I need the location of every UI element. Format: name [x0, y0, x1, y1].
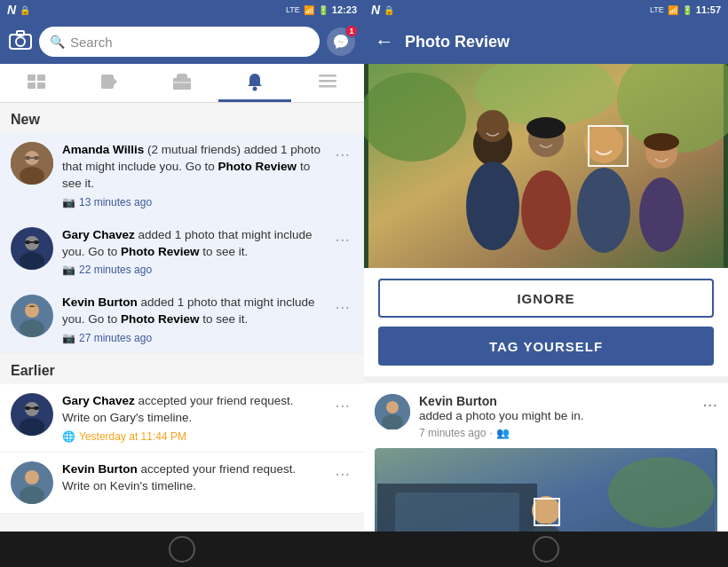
notif-name-kevin: Kevin Burton — [62, 295, 138, 309]
svg-point-23 — [20, 252, 44, 270]
notif-text-gary-earlier: Gary Chavez accepted your friend request… — [62, 393, 322, 427]
notif-name-amanda: Amanda Willis — [62, 143, 144, 156]
notif-content-kevin: Kevin Burton added 1 photo that might in… — [62, 295, 322, 344]
svg-rect-18 — [25, 156, 30, 160]
svg-point-50 — [577, 168, 630, 253]
notif-link-kevin[interactable]: Photo Review — [121, 312, 200, 326]
svg-rect-13 — [319, 80, 336, 83]
signal-icon-right: 📶 — [668, 5, 678, 15]
svg-rect-2 — [17, 31, 24, 35]
notif-time-kevin: 📷 27 minutes ago — [62, 332, 322, 344]
avatar-gary — [11, 227, 53, 270]
notif-text-gary: Gary Chavez added 1 photo that might inc… — [62, 227, 322, 261]
notification-item-gary[interactable]: Gary Chavez added 1 photo that might inc… — [0, 218, 364, 287]
avatar-amanda — [11, 142, 53, 185]
search-placeholder: Search — [70, 35, 113, 50]
home-button-right[interactable] — [533, 536, 559, 563]
notif-content-gary-earlier: Gary Chavez accepted your friend request… — [62, 393, 322, 443]
post-card-kevin: Kevin Burton added a photo you might be … — [364, 383, 728, 532]
tab-menu[interactable] — [291, 64, 364, 102]
notif-time-icon-gary-earlier: 🌐 — [62, 430, 75, 443]
svg-rect-19 — [34, 156, 39, 160]
svg-point-47 — [521, 170, 571, 250]
svg-rect-12 — [319, 75, 336, 77]
notif-name-kevin-earlier: Kevin Burton — [62, 462, 138, 476]
svg-rect-3 — [28, 75, 36, 81]
notification-item-amanda[interactable]: Amanda Willis (2 mutual friends) added 1… — [0, 133, 364, 218]
svg-point-56 — [386, 401, 399, 413]
lock-icon: 🔒 — [20, 5, 30, 15]
right-phone: N 🔒 LTE 📶 🔋 11:57 ← Photo Review — [364, 0, 728, 567]
post-more-button[interactable]: ··· — [702, 394, 717, 414]
notif-link-gary[interactable]: Photo Review — [121, 245, 200, 258]
notif-name-gary: Gary Chavez — [62, 228, 135, 241]
search-bar[interactable]: 🔍 Search — [39, 27, 320, 57]
notification-item-gary-earlier[interactable]: Gary Chavez accepted your friend request… — [0, 384, 364, 453]
notification-item-kevin-earlier[interactable]: Kevin Burton accepted your friend reques… — [0, 453, 364, 514]
svg-point-44 — [477, 110, 509, 142]
svg-marker-8 — [114, 78, 117, 85]
notif-text-amanda: Amanda Willis (2 mutual friends) added 1… — [62, 142, 322, 193]
messenger-button[interactable]: 1 — [327, 28, 355, 56]
ignore-button[interactable]: IGNORE — [378, 279, 714, 318]
notif-time-text-gary-earlier: Yesterday at 11:44 PM — [79, 430, 186, 443]
battery-icon: 🔋 — [318, 5, 328, 15]
tab-marketplace[interactable] — [146, 64, 218, 102]
svg-rect-9 — [173, 78, 191, 90]
svg-point-48 — [526, 117, 566, 138]
notif-content-gary: Gary Chavez added 1 photo that might inc… — [62, 227, 322, 277]
camera-button[interactable] — [9, 30, 32, 54]
status-bar-right-left-icons: N 🔒 — [371, 3, 394, 17]
battery-icon-right: 🔋 — [682, 5, 692, 15]
notif-more-kevin-earlier[interactable]: ··· — [331, 461, 353, 485]
post-description: added a photo you might be in. — [419, 408, 693, 425]
signal-icon: 📶 — [304, 5, 314, 15]
tab-video[interactable] — [73, 64, 146, 102]
notif-time-text-gary: 22 minutes ago — [79, 264, 152, 276]
notif-time-icon-amanda: 📷 — [62, 196, 75, 209]
notif-more-gary-earlier[interactable]: ··· — [331, 393, 353, 417]
svg-point-29 — [20, 319, 44, 337]
svg-point-49 — [584, 124, 623, 163]
tab-news-feed[interactable] — [0, 64, 73, 102]
notif-more-amanda[interactable]: ··· — [331, 142, 353, 166]
page-title: Photo Review — [405, 33, 510, 51]
action-buttons: IGNORE TAG YOURSELF — [364, 268, 728, 383]
svg-rect-6 — [37, 83, 45, 89]
left-phone: N 🔒 LTE 📶 🔋 12:23 🔍 Search — [0, 0, 364, 567]
status-bar-right: N 🔒 LTE 📶 🔋 11:57 — [364, 0, 728, 20]
svg-rect-25 — [34, 240, 39, 244]
notif-link-amanda[interactable]: Photo Review — [218, 160, 297, 173]
svg-point-61 — [532, 496, 560, 524]
home-button-left[interactable] — [169, 536, 195, 563]
notif-more-kevin[interactable]: ··· — [331, 295, 353, 319]
notif-text-kevin-earlier: Kevin Burton accepted your friend reques… — [62, 461, 322, 495]
tab-notifications[interactable] — [218, 64, 291, 102]
lte-indicator: LTE — [286, 5, 300, 14]
avatar-kevin — [11, 295, 53, 337]
notification-item-kevin[interactable]: Kevin Burton added 1 photo that might in… — [0, 286, 364, 354]
status-bar-right-info: LTE 📶 🔋 12:23 — [286, 4, 357, 15]
back-button[interactable]: ← — [375, 30, 394, 53]
section-earlier: Earlier — [0, 354, 364, 384]
svg-rect-24 — [25, 240, 30, 244]
svg-rect-14 — [319, 85, 336, 88]
home-bar-right — [364, 532, 728, 567]
svg-rect-34 — [34, 406, 39, 410]
notif-content-amanda: Amanda Willis (2 mutual friends) added 1… — [62, 142, 322, 209]
status-time-right: 11:57 — [696, 4, 721, 15]
tag-yourself-button[interactable]: TAG YOURSELF — [378, 327, 714, 366]
post-author-name: Kevin Burton — [419, 394, 693, 408]
svg-rect-33 — [25, 406, 30, 410]
notif-name-gary-earlier: Gary Chavez — [62, 394, 135, 407]
notif-text-kevin: Kevin Burton added 1 photo that might in… — [62, 295, 322, 328]
svg-rect-7 — [101, 75, 114, 89]
notif-more-gary[interactable]: ··· — [331, 227, 353, 251]
navbar-photo-review: ← Photo Review — [364, 20, 728, 64]
tab-bar-left — [0, 64, 364, 103]
status-bar-left-icons: N 🔒 — [7, 3, 30, 17]
notif-time-gary-earlier: 🌐 Yesterday at 11:44 PM — [62, 430, 322, 443]
post-photo-thumbnail — [375, 448, 717, 532]
notification-list: New Amanda Willis (2 mutual friends) add… — [0, 103, 364, 532]
section-new: New — [0, 103, 364, 133]
